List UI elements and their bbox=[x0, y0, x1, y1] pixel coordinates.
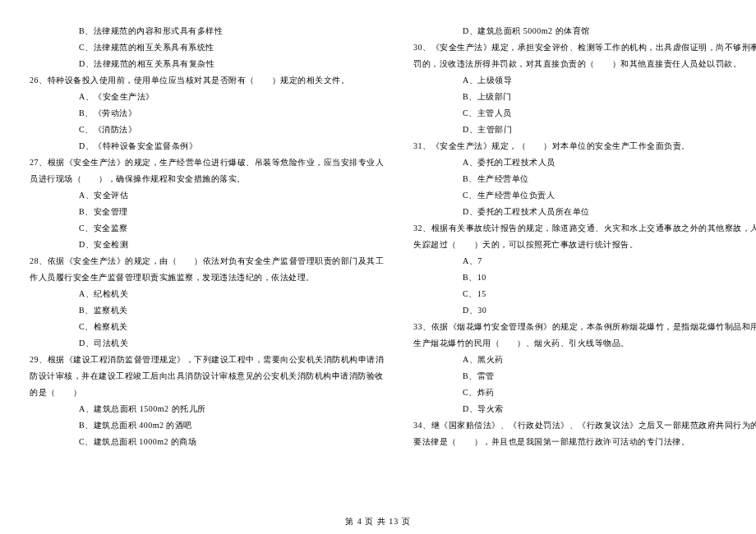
option-item: B、法律规范的内容和形式具有多样性 bbox=[30, 23, 384, 39]
option-item: B、安全管理 bbox=[30, 204, 384, 220]
option-item: A、建筑总面积 1500m2 的托儿所 bbox=[30, 401, 384, 417]
option-item: B、《劳动法》 bbox=[30, 105, 384, 122]
page-footer: 第 4 页 共 13 页 bbox=[0, 516, 756, 527]
question-text: 29、根据《建设工程消防监督管理规定》，下列建设工程中，需要向公安机关消防机构申… bbox=[30, 352, 384, 368]
option-item: B、上级部门 bbox=[413, 89, 756, 105]
option-item: D、安全检测 bbox=[30, 237, 384, 253]
option-item: D、法律规范的相互关系具有复杂性 bbox=[30, 56, 384, 72]
option-item: A、委托的工程技术人员 bbox=[413, 154, 756, 171]
option-item: A、《安全生产法》 bbox=[30, 89, 384, 105]
option-item: D、建筑总面积 5000m2 的体育馆 bbox=[413, 23, 756, 39]
option-item: C、法律规范的相互关系具有系统性 bbox=[30, 39, 384, 56]
question-text: 32、根据有关事故统计报告的规定，除道路交通、火灾和水上交通事故之外的其他察故，… bbox=[413, 220, 756, 237]
page-container: B、法律规范的内容和形式具有多样性 C、法律规范的相互关系具有系统性 D、法律规… bbox=[0, 0, 756, 534]
question-text: 防设计审核，并在建设工程竣工后向出具消防设计审核意见的公安机关消防机构申请消防验… bbox=[30, 368, 384, 384]
question-text: 30、《安全生产法》规定，承担安全评价、检测等工作的机构，出具虚假证明，尚不够刑… bbox=[413, 39, 756, 56]
question-text: 34、继《国家赔偿法》、《行政处罚法》、《行政复议法》之后又一部规范政府共同行为… bbox=[413, 417, 756, 434]
question-text: 的是（ ） bbox=[30, 384, 384, 401]
option-item: D、导火索 bbox=[413, 401, 756, 417]
option-item: D、《特种设备安全监督条例》 bbox=[30, 138, 384, 154]
question-text: 28、依据《安全生产法》的规定，由（ ）依法对负有安全生产监督管理职责的部门及其… bbox=[30, 253, 384, 269]
right-column: D、建筑总面积 5000m2 的体育馆 30、《安全生产法》规定，承担安全评价、… bbox=[399, 23, 756, 509]
option-item: A、安全评估 bbox=[30, 187, 384, 204]
option-item: D、委托的工程技术人员所在单位 bbox=[413, 204, 756, 220]
option-item: B、雷管 bbox=[413, 368, 756, 384]
option-item: B、10 bbox=[413, 269, 756, 286]
option-item: C、检察机关 bbox=[30, 319, 384, 335]
option-item: C、安全监察 bbox=[30, 220, 384, 237]
option-item: A、上级领导 bbox=[413, 72, 756, 89]
option-item: D、司法机关 bbox=[30, 335, 384, 352]
left-column: B、法律规范的内容和形式具有多样性 C、法律规范的相互关系具有系统性 D、法律规… bbox=[30, 23, 399, 509]
option-item: B、监察机关 bbox=[30, 302, 384, 319]
option-item: D、30 bbox=[413, 302, 756, 319]
option-item: C、生产经营单位负责人 bbox=[413, 187, 756, 204]
option-item: A、黑火药 bbox=[413, 352, 756, 368]
question-text: 失踪超过（ ）天的，可以按照死亡事故进行统计报告。 bbox=[413, 237, 756, 253]
option-item: C、炸药 bbox=[413, 384, 756, 401]
question-text: 31、《安全生产法》规定，（ ）对本单位的安全生产工作全面负责。 bbox=[413, 138, 756, 154]
question-text: 要法律是（ ），并且也是我国第一部规范行政许可活动的专门法律。 bbox=[413, 434, 756, 450]
question-text: 作人员履行安全生产监督管理职责实施监察，发现违法违纪的，依法处理。 bbox=[30, 269, 384, 286]
option-item: B、生产经营单位 bbox=[413, 171, 756, 187]
question-text: 26、特种设备投入使用前，使用单位应当核对其是否附有（ ）规定的相关文件。 bbox=[30, 72, 384, 89]
question-text: 员进行现场（ ），确保操作规程和安全措施的落实。 bbox=[30, 171, 384, 187]
option-item: A、7 bbox=[413, 253, 756, 269]
question-text: 罚的，没收违法所得并罚款，对其直接负责的（ ）和其他直接责任人员处以罚款。 bbox=[413, 56, 756, 72]
option-item: C、15 bbox=[413, 286, 756, 302]
option-item: A、纪检机关 bbox=[30, 286, 384, 302]
option-item: C、主管人员 bbox=[413, 105, 756, 122]
option-item: B、建筑总面积 400m2 的酒吧 bbox=[30, 417, 384, 434]
question-text: 33、依据《烟花爆竹安全管理条例》的规定，本条例所称烟花爆竹，是指烟花爆竹制品和… bbox=[413, 319, 756, 335]
option-item: C、建筑总面积 1000m2 的商场 bbox=[30, 434, 384, 450]
question-text: 27、根据《安全生产法》的规定，生产经营单位进行爆破、吊装等危险作业，应当安排专… bbox=[30, 154, 384, 171]
question-text: 生产烟花爆竹的民用（ ）、烟火药、引火线等物品。 bbox=[413, 335, 756, 352]
option-item: C、《消防法》 bbox=[30, 122, 384, 138]
option-item: D、主管部门 bbox=[413, 122, 756, 138]
